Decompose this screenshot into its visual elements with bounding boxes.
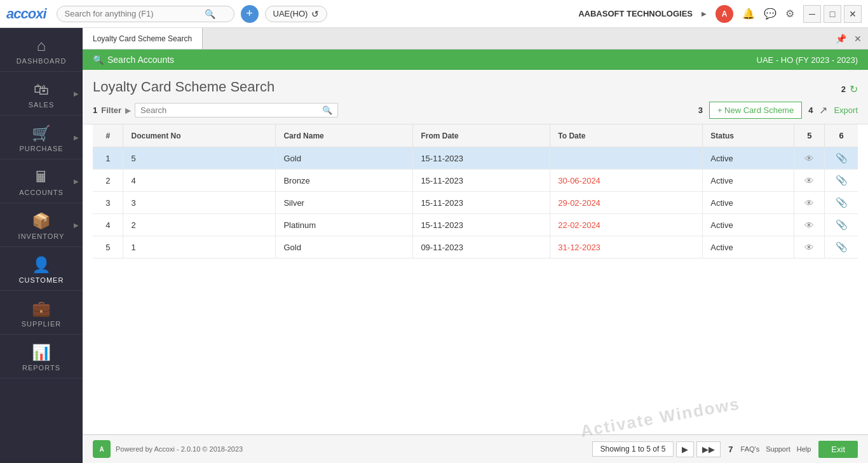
sidebar-item-purchase[interactable]: 🛒 PURCHASE ▶ <box>0 116 83 159</box>
content-area: Loyalty Card Scheme Search 📌 ✕ 🔍 Search … <box>83 28 868 463</box>
search-input[interactable] <box>140 105 322 115</box>
main-layout: ⌂ DASHBOARD 🛍 SALES ▶ 🛒 PURCHASE ▶ 🖩 ACC… <box>0 28 868 463</box>
close-button[interactable]: ✕ <box>844 5 862 23</box>
sidebar-item-accounts[interactable]: 🖩 ACCOUNTS ▶ <box>0 159 83 203</box>
view-icon-3[interactable]: 👁 <box>804 220 814 231</box>
cell-docno-1: 4 <box>123 170 276 192</box>
toolbar-left: 1 Filter ▶ 🔍 <box>93 103 338 117</box>
pagination-last-button[interactable]: ▶▶ <box>696 441 721 457</box>
support-link[interactable]: Support <box>766 445 790 453</box>
cell-edit-4[interactable]: 📎 <box>825 236 858 258</box>
edit-icon-2[interactable]: 📎 <box>836 197 848 208</box>
cell-docno-2: 3 <box>123 192 276 214</box>
settings-icon[interactable]: ⚙ <box>785 8 794 20</box>
maximize-button[interactable]: □ <box>824 5 841 23</box>
data-table-wrap: # Document No Card Name From Date To Dat… <box>83 124 868 434</box>
dashboard-icon: ⌂ <box>37 37 46 55</box>
table-row: 3 3 Silver 15-11-2023 29-02-2024 Active … <box>93 192 858 214</box>
sidebar-item-dashboard[interactable]: ⌂ DASHBOARD <box>0 28 83 72</box>
sidebar-item-customer[interactable]: 👤 CUSTOMER <box>0 247 83 291</box>
view-icon-1[interactable]: 👁 <box>804 175 814 186</box>
sidebar-item-supplier[interactable]: 💼 SUPPLIER <box>0 291 83 335</box>
cell-status-1: Active <box>703 170 794 192</box>
cell-view-4[interactable]: 👁 <box>794 236 825 258</box>
edit-icon-3[interactable]: 📎 <box>836 219 848 230</box>
purchase-chevron-icon: ▶ <box>74 134 79 141</box>
pagination-next-button[interactable]: ▶ <box>676 441 694 457</box>
cell-cardname-1: Bronze <box>276 170 413 192</box>
bottom-right: Showing 1 to 5 of 5 ▶ ▶▶ 7 FAQ's Support… <box>592 441 858 458</box>
search-accounts-icon: 🔍 <box>93 55 104 65</box>
cell-fromdate-4: 09-11-2023 <box>413 236 550 258</box>
page-refresh-icon[interactable]: ↻ <box>850 83 858 95</box>
edit-icon-4[interactable]: 📎 <box>836 241 848 252</box>
faqs-link[interactable]: FAQ's <box>741 445 760 453</box>
pagination-info: Showing 1 to 5 of 5 <box>592 441 674 457</box>
company-arrow-icon[interactable]: ▶ <box>702 10 707 17</box>
search-input-icon: 🔍 <box>322 105 332 115</box>
cell-view-0[interactable]: 👁 <box>794 147 825 170</box>
cell-cardname-2: Silver <box>276 192 413 214</box>
tab-close-icon[interactable]: ✕ <box>851 32 864 45</box>
cell-todate-1: 30-06-2024 <box>550 170 703 192</box>
exit-button[interactable]: Exit <box>818 441 858 458</box>
sidebar-item-reports[interactable]: 📊 REPORTS <box>0 335 83 379</box>
export-button[interactable]: Export <box>834 105 858 115</box>
sidebar-item-inventory[interactable]: 📦 INVENTORY ▶ <box>0 203 83 247</box>
view-icon-0[interactable]: 👁 <box>804 153 814 164</box>
cell-docno-4: 1 <box>123 236 276 258</box>
edit-icon-0[interactable]: 📎 <box>836 152 848 163</box>
filter-button[interactable]: Filter <box>101 105 121 115</box>
chat-icon[interactable]: 💬 <box>764 8 776 20</box>
app-logo: accoxi <box>6 6 46 22</box>
help-link[interactable]: Help <box>797 445 811 453</box>
search-accounts-label[interactable]: Search Accounts <box>107 55 174 65</box>
customer-icon: 👤 <box>32 256 51 274</box>
cell-todate-4: 31-12-2023 <box>550 236 703 258</box>
col-header-status: Status <box>703 124 794 147</box>
company-selector[interactable]: UAE(HO) ↺ <box>265 6 328 22</box>
cell-edit-1[interactable]: 📎 <box>825 170 858 192</box>
accoxi-logo-small: A <box>93 440 111 458</box>
minimize-button[interactable]: ─ <box>803 5 821 23</box>
global-search-bar[interactable]: 🔍 <box>57 6 234 22</box>
annotation-3: 3 <box>698 105 703 115</box>
cell-view-1[interactable]: 👁 <box>794 170 825 192</box>
edit-icon-1[interactable]: 📎 <box>836 175 848 185</box>
view-icon-4[interactable]: 👁 <box>804 242 814 253</box>
global-search-input[interactable] <box>65 9 205 18</box>
view-icon-2[interactable]: 👁 <box>804 198 814 208</box>
sidebar-item-sales[interactable]: 🛍 SALES ▶ <box>0 72 83 116</box>
company-refresh-icon[interactable]: ↺ <box>311 9 319 19</box>
cell-num-4: 5 <box>93 236 123 258</box>
cell-fromdate-0: 15-11-2023 <box>413 147 550 170</box>
cell-docno-0: 5 <box>123 147 276 170</box>
annotation-4: 4 <box>808 105 813 115</box>
user-avatar[interactable]: A <box>715 5 733 23</box>
bottom-bar: A Powered by Accoxi - 2.0.10 © 2018-2023… <box>83 434 868 463</box>
cell-cardname-4: Gold <box>276 236 413 258</box>
col-header-edit: 6 <box>825 124 858 147</box>
cell-view-2[interactable]: 👁 <box>794 192 825 214</box>
cell-view-3[interactable]: 👁 <box>794 214 825 236</box>
table-row: 5 1 Gold 09-11-2023 31-12-2023 Active 👁 … <box>93 236 858 258</box>
add-button[interactable]: + <box>241 5 259 23</box>
cell-edit-2[interactable]: 📎 <box>825 192 858 214</box>
col-header-view: 5 <box>794 124 825 147</box>
share-icon[interactable]: ↗ <box>819 104 827 116</box>
cell-num-2: 3 <box>93 192 123 214</box>
new-card-scheme-button[interactable]: + New Card Scheme <box>709 102 802 119</box>
window-controls: ─ □ ✕ <box>803 5 862 23</box>
cell-cardname-3: Platinum <box>276 214 413 236</box>
filter-arrow-icon[interactable]: ▶ <box>125 106 131 115</box>
company-name-display: UAE(HO) <box>273 9 308 18</box>
page-header: Loyalty Card Scheme Search 2 ↻ <box>83 70 868 98</box>
cell-edit-3[interactable]: 📎 <box>825 214 858 236</box>
bell-icon[interactable]: 🔔 <box>742 8 755 20</box>
global-search-icon: 🔍 <box>205 9 215 19</box>
cell-num-3: 4 <box>93 214 123 236</box>
tab-pin-icon[interactable]: 📌 <box>833 32 849 45</box>
tab-loyalty-card-scheme-search[interactable]: Loyalty Card Scheme Search <box>83 28 203 49</box>
company-full-name: AABASOFT TECHNOLOGIES <box>578 9 693 18</box>
cell-edit-0[interactable]: 📎 <box>825 147 858 170</box>
